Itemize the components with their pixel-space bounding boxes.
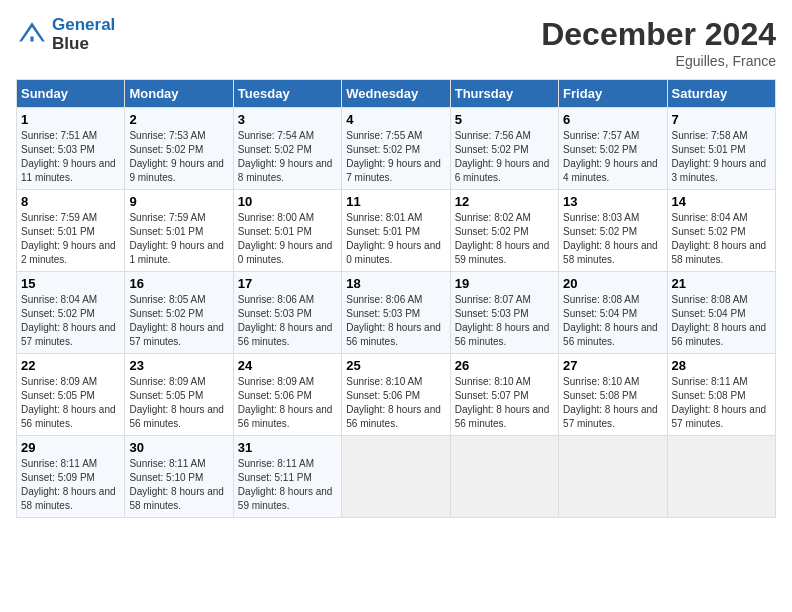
day-number: 18 (346, 276, 445, 291)
logo-line1: General (52, 16, 115, 35)
table-row: 12Sunrise: 8:02 AMSunset: 5:02 PMDayligh… (450, 190, 558, 272)
day-info: Sunrise: 8:11 AMSunset: 5:10 PMDaylight:… (129, 457, 228, 513)
day-info: Sunrise: 8:01 AMSunset: 5:01 PMDaylight:… (346, 211, 445, 267)
day-number: 4 (346, 112, 445, 127)
day-number: 14 (672, 194, 771, 209)
day-number: 21 (672, 276, 771, 291)
day-number: 13 (563, 194, 662, 209)
day-info: Sunrise: 8:03 AMSunset: 5:02 PMDaylight:… (563, 211, 662, 267)
day-number: 31 (238, 440, 337, 455)
calendar-week-row: 1Sunrise: 7:51 AMSunset: 5:03 PMDaylight… (17, 108, 776, 190)
day-number: 7 (672, 112, 771, 127)
day-number: 1 (21, 112, 120, 127)
table-row: 13Sunrise: 8:03 AMSunset: 5:02 PMDayligh… (559, 190, 667, 272)
day-info: Sunrise: 8:09 AMSunset: 5:06 PMDaylight:… (238, 375, 337, 431)
day-info: Sunrise: 7:59 AMSunset: 5:01 PMDaylight:… (129, 211, 228, 267)
header-sunday: Sunday (17, 80, 125, 108)
day-info: Sunrise: 7:58 AMSunset: 5:01 PMDaylight:… (672, 129, 771, 185)
table-row: 27Sunrise: 8:10 AMSunset: 5:08 PMDayligh… (559, 354, 667, 436)
day-number: 2 (129, 112, 228, 127)
day-number: 10 (238, 194, 337, 209)
day-number: 5 (455, 112, 554, 127)
day-info: Sunrise: 8:05 AMSunset: 5:02 PMDaylight:… (129, 293, 228, 349)
header-monday: Monday (125, 80, 233, 108)
table-row: 3Sunrise: 7:54 AMSunset: 5:02 PMDaylight… (233, 108, 341, 190)
day-number: 27 (563, 358, 662, 373)
day-info: Sunrise: 8:08 AMSunset: 5:04 PMDaylight:… (672, 293, 771, 349)
table-row: 31Sunrise: 8:11 AMSunset: 5:11 PMDayligh… (233, 436, 341, 518)
table-row: 15Sunrise: 8:04 AMSunset: 5:02 PMDayligh… (17, 272, 125, 354)
day-number: 15 (21, 276, 120, 291)
day-info: Sunrise: 7:56 AMSunset: 5:02 PMDaylight:… (455, 129, 554, 185)
day-number: 11 (346, 194, 445, 209)
month-title: December 2024 (541, 16, 776, 53)
day-number: 3 (238, 112, 337, 127)
day-info: Sunrise: 8:09 AMSunset: 5:05 PMDaylight:… (21, 375, 120, 431)
day-number: 30 (129, 440, 228, 455)
table-row: 18Sunrise: 8:06 AMSunset: 5:03 PMDayligh… (342, 272, 450, 354)
weekday-header-row: Sunday Monday Tuesday Wednesday Thursday… (17, 80, 776, 108)
day-info: Sunrise: 8:08 AMSunset: 5:04 PMDaylight:… (563, 293, 662, 349)
day-number: 25 (346, 358, 445, 373)
day-info: Sunrise: 8:10 AMSunset: 5:06 PMDaylight:… (346, 375, 445, 431)
day-number: 20 (563, 276, 662, 291)
table-row: 28Sunrise: 8:11 AMSunset: 5:08 PMDayligh… (667, 354, 775, 436)
day-number: 28 (672, 358, 771, 373)
day-number: 29 (21, 440, 120, 455)
location: Eguilles, France (541, 53, 776, 69)
table-row: 24Sunrise: 8:09 AMSunset: 5:06 PMDayligh… (233, 354, 341, 436)
header-thursday: Thursday (450, 80, 558, 108)
day-number: 17 (238, 276, 337, 291)
day-number: 12 (455, 194, 554, 209)
logo-line2: Blue (52, 35, 115, 54)
table-row (342, 436, 450, 518)
day-info: Sunrise: 8:09 AMSunset: 5:05 PMDaylight:… (129, 375, 228, 431)
day-number: 16 (129, 276, 228, 291)
calendar-table: Sunday Monday Tuesday Wednesday Thursday… (16, 79, 776, 518)
day-info: Sunrise: 7:51 AMSunset: 5:03 PMDaylight:… (21, 129, 120, 185)
day-info: Sunrise: 8:11 AMSunset: 5:08 PMDaylight:… (672, 375, 771, 431)
calendar-week-row: 15Sunrise: 8:04 AMSunset: 5:02 PMDayligh… (17, 272, 776, 354)
day-info: Sunrise: 7:57 AMSunset: 5:02 PMDaylight:… (563, 129, 662, 185)
day-info: Sunrise: 8:02 AMSunset: 5:02 PMDaylight:… (455, 211, 554, 267)
header-saturday: Saturday (667, 80, 775, 108)
day-info: Sunrise: 7:53 AMSunset: 5:02 PMDaylight:… (129, 129, 228, 185)
day-info: Sunrise: 8:04 AMSunset: 5:02 PMDaylight:… (672, 211, 771, 267)
table-row: 23Sunrise: 8:09 AMSunset: 5:05 PMDayligh… (125, 354, 233, 436)
day-info: Sunrise: 8:10 AMSunset: 5:08 PMDaylight:… (563, 375, 662, 431)
calendar-body: 1Sunrise: 7:51 AMSunset: 5:03 PMDaylight… (17, 108, 776, 518)
day-number: 8 (21, 194, 120, 209)
day-info: Sunrise: 8:11 AMSunset: 5:09 PMDaylight:… (21, 457, 120, 513)
table-row: 7Sunrise: 7:58 AMSunset: 5:01 PMDaylight… (667, 108, 775, 190)
header-friday: Friday (559, 80, 667, 108)
page-header: General Blue December 2024 Eguilles, Fra… (16, 16, 776, 69)
day-info: Sunrise: 8:00 AMSunset: 5:01 PMDaylight:… (238, 211, 337, 267)
table-row (667, 436, 775, 518)
table-row: 14Sunrise: 8:04 AMSunset: 5:02 PMDayligh… (667, 190, 775, 272)
day-number: 22 (21, 358, 120, 373)
table-row: 9Sunrise: 7:59 AMSunset: 5:01 PMDaylight… (125, 190, 233, 272)
day-info: Sunrise: 7:55 AMSunset: 5:02 PMDaylight:… (346, 129, 445, 185)
day-info: Sunrise: 7:59 AMSunset: 5:01 PMDaylight:… (21, 211, 120, 267)
header-tuesday: Tuesday (233, 80, 341, 108)
day-info: Sunrise: 8:06 AMSunset: 5:03 PMDaylight:… (238, 293, 337, 349)
table-row: 2Sunrise: 7:53 AMSunset: 5:02 PMDaylight… (125, 108, 233, 190)
day-number: 23 (129, 358, 228, 373)
table-row (559, 436, 667, 518)
day-number: 26 (455, 358, 554, 373)
table-row: 17Sunrise: 8:06 AMSunset: 5:03 PMDayligh… (233, 272, 341, 354)
table-row: 10Sunrise: 8:00 AMSunset: 5:01 PMDayligh… (233, 190, 341, 272)
header-wednesday: Wednesday (342, 80, 450, 108)
table-row: 21Sunrise: 8:08 AMSunset: 5:04 PMDayligh… (667, 272, 775, 354)
table-row: 22Sunrise: 8:09 AMSunset: 5:05 PMDayligh… (17, 354, 125, 436)
table-row: 25Sunrise: 8:10 AMSunset: 5:06 PMDayligh… (342, 354, 450, 436)
day-info: Sunrise: 8:11 AMSunset: 5:11 PMDaylight:… (238, 457, 337, 513)
calendar-week-row: 8Sunrise: 7:59 AMSunset: 5:01 PMDaylight… (17, 190, 776, 272)
day-number: 9 (129, 194, 228, 209)
table-row: 29Sunrise: 8:11 AMSunset: 5:09 PMDayligh… (17, 436, 125, 518)
calendar-week-row: 22Sunrise: 8:09 AMSunset: 5:05 PMDayligh… (17, 354, 776, 436)
day-info: Sunrise: 8:04 AMSunset: 5:02 PMDaylight:… (21, 293, 120, 349)
day-info: Sunrise: 8:10 AMSunset: 5:07 PMDaylight:… (455, 375, 554, 431)
table-row: 26Sunrise: 8:10 AMSunset: 5:07 PMDayligh… (450, 354, 558, 436)
table-row: 20Sunrise: 8:08 AMSunset: 5:04 PMDayligh… (559, 272, 667, 354)
